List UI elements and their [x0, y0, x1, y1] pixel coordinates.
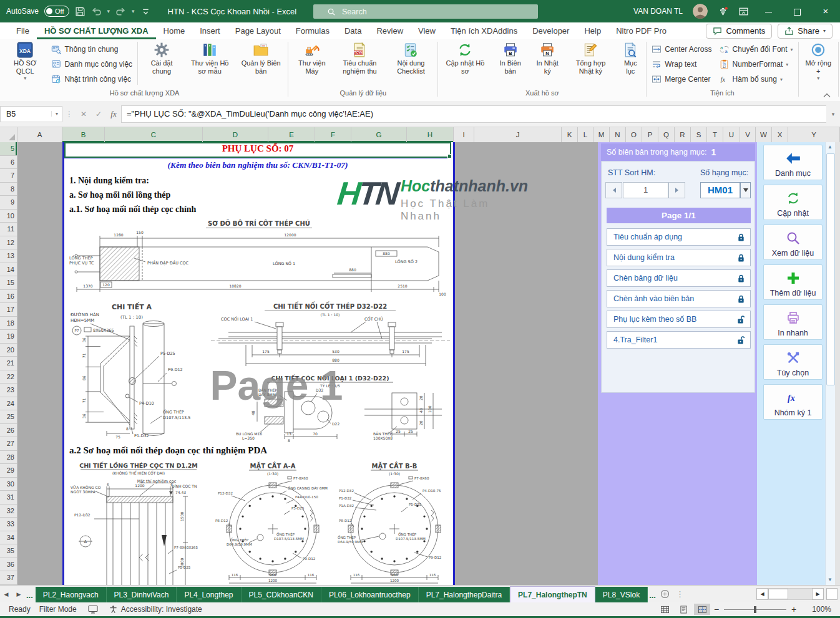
row-header-26[interactable]: 26: [0, 424, 17, 438]
column-header-v[interactable]: V: [740, 127, 756, 142]
row-header-11[interactable]: 11: [0, 223, 17, 236]
user-name[interactable]: VAN DOAN TL: [633, 7, 683, 16]
ribbon-button-ti-u-chu-n-nghi-m-thu[interactable]: TCVNTiêu chuẩn nghiệm thu: [334, 39, 385, 89]
close-button[interactable]: ×: [816, 0, 835, 22]
row-header-20[interactable]: 20: [0, 344, 17, 357]
column-header-r[interactable]: R: [675, 127, 691, 142]
ribbon-button-wrap-text[interactable]: Wrap text: [648, 57, 715, 72]
add-sheet-button[interactable]: [658, 586, 672, 602]
name-box-caret-icon[interactable]: ▾: [51, 111, 58, 117]
row-header-17[interactable]: 17: [0, 303, 17, 317]
ribbon-tab-developer[interactable]: Developer: [525, 23, 577, 39]
view-page-break-button[interactable]: [694, 604, 710, 615]
ribbon-tab-nitro-pdf-pro[interactable]: Nitro PDF Pro: [608, 23, 674, 39]
view-page-layout-button[interactable]: [675, 604, 691, 615]
action-button-xem-d-li-u[interactable]: Xem dữ liệu: [763, 225, 823, 260]
column-header-o[interactable]: O: [626, 127, 642, 142]
panel-item-n-i-dung-ki-m-tra[interactable]: Nội dung kiểm tra: [607, 249, 751, 266]
ribbon-button-qu-n-l-bi-n-b-n[interactable]: Quản lý Biên bản: [235, 39, 286, 89]
row-header-36[interactable]: 36: [0, 558, 17, 572]
hang-muc-dropdown-button[interactable]: [740, 182, 751, 198]
formula-bar-expand-icon[interactable]: ▾: [826, 111, 840, 117]
panel-item-ph-l-c-k-m-theo-s-bb[interactable]: Phụ lục kèm theo số BB: [607, 311, 751, 328]
ribbon-button-th-ng-tin-chung[interactable]: Thông tin chung: [47, 42, 136, 57]
column-header-i[interactable]: I: [454, 127, 474, 142]
column-header-b[interactable]: B: [62, 127, 105, 142]
column-header-x[interactable]: X: [772, 127, 788, 142]
stt-prev-button[interactable]: [605, 182, 622, 198]
column-header-n[interactable]: N: [610, 127, 626, 142]
ribbon-tab-data[interactable]: Data: [337, 23, 369, 39]
column-header-p[interactable]: P: [642, 127, 658, 142]
sheet-tab-pl8-vslok[interactable]: PL8_VSlok: [595, 587, 648, 602]
column-header-u[interactable]: U: [723, 127, 740, 142]
column-header-q[interactable]: Q: [658, 127, 675, 142]
formula-input[interactable]: ="PHỤ LỤC SỐ: "&@XDA_TimDuLieu('Danh mục…: [121, 105, 826, 123]
row-header-9[interactable]: 9: [0, 196, 17, 210]
comments-button[interactable]: Comments: [706, 24, 772, 39]
row-header-21[interactable]: 21: [0, 357, 17, 370]
vertical-scroll-thumb[interactable]: [826, 153, 835, 385]
save-icon[interactable]: [75, 6, 85, 17]
sheet-tab-pl7-halongthepdaitra[interactable]: PL7_HalongthepDaitra: [419, 587, 510, 602]
sheet-tab-pl3-dinhvivach[interactable]: PL3_DinhviVach: [107, 587, 177, 602]
ribbon-tab-help[interactable]: Help: [577, 23, 608, 39]
row-header-33[interactable]: 33: [0, 518, 17, 531]
row-header-32[interactable]: 32: [0, 505, 17, 518]
row-header-12[interactable]: 12: [0, 236, 17, 250]
minimize-button[interactable]: [759, 0, 778, 22]
column-header-e[interactable]: E: [268, 127, 315, 142]
row-header-14[interactable]: 14: [0, 263, 17, 277]
sheet-tab-pl5-cdkhoanckn[interactable]: PL5_CDkhoanCKN: [242, 587, 321, 602]
sheet-tab-pl7-halongtheptn[interactable]: PL7_HalongthepTN: [510, 586, 595, 602]
ribbon-button-danh-m-c-c-ng-vi-c[interactable]: Danh mục công việc: [47, 57, 136, 72]
zoom-level[interactable]: 100%: [804, 605, 831, 614]
ribbon-display-options-icon[interactable]: [738, 6, 749, 17]
zoom-slider-thumb[interactable]: [754, 606, 756, 613]
ribbon-tab-page-layout[interactable]: Page Layout: [228, 23, 288, 39]
autosave-toggle[interactable]: Off: [44, 6, 69, 17]
accessibility-icon[interactable]: [109, 605, 117, 614]
ribbon-button-chuy-n-i-font[interactable]: aaChuyển đổi Font▾: [716, 42, 797, 57]
ribbon-button-numberformat[interactable]: %12NumberFormat▾: [716, 57, 797, 72]
action-button-th-m-d-li-u[interactable]: Thêm dữ liệu: [763, 264, 823, 300]
sheet-overflow-left[interactable]: ...: [25, 586, 36, 602]
row-header-23[interactable]: 23: [0, 384, 17, 397]
share-button[interactable]: Share▾: [778, 24, 833, 39]
column-header-t[interactable]: T: [707, 127, 723, 142]
undo-icon[interactable]: [91, 6, 102, 17]
sheet-overflow-right[interactable]: ...: [648, 586, 658, 602]
fill-handle[interactable]: [447, 154, 452, 158]
ribbon-button-merge-center[interactable]: Merge Center: [648, 72, 715, 87]
column-header-s[interactable]: S: [691, 127, 707, 142]
row-header-7[interactable]: 7: [0, 169, 17, 183]
ribbon-button-in-nh-t-k[interactable]: NIn Nhật ký: [530, 39, 565, 89]
stt-value-field[interactable]: 1: [623, 182, 668, 198]
row-header-15[interactable]: 15: [0, 276, 17, 290]
row-header-8[interactable]: 8: [0, 183, 17, 196]
ribbon-button-c-i-t-chung[interactable]: Cài đặt chung: [139, 39, 184, 89]
ribbon-button-m-r-ng[interactable]: Mở rộng +▾: [800, 39, 837, 89]
status-accessibility[interactable]: Accessibility: Investigate: [121, 605, 202, 614]
row-header-31[interactable]: 31: [0, 491, 17, 505]
stt-next-button[interactable]: [668, 182, 685, 198]
zoom-in-button[interactable]: +: [789, 604, 799, 614]
row-header-10[interactable]: 10: [0, 210, 17, 223]
cells-area[interactable]: PHỤ LỤC SỐ: 07 (Kèm theo biên bản nghiệm…: [17, 142, 840, 585]
row-header-30[interactable]: 30: [0, 478, 17, 491]
row-header-27[interactable]: 27: [0, 437, 17, 451]
row-header-34[interactable]: 34: [0, 531, 17, 545]
sheet-tab-pl4-longthep[interactable]: PL4_Longthep: [177, 587, 241, 602]
upgrade-gem-icon[interactable]: [718, 6, 728, 17]
ribbon-tab-formulas[interactable]: Formulas: [288, 23, 337, 39]
ribbon-button-th-vi-n-m-y[interactable]: Thư viện Máy: [290, 39, 334, 89]
redo-icon[interactable]: [115, 6, 126, 17]
column-header-j[interactable]: J: [474, 127, 562, 142]
ribbon-tab-view[interactable]: View: [411, 23, 443, 39]
column-header-f[interactable]: F: [315, 127, 351, 142]
ribbon-button-h-s-qlcl[interactable]: XDAHỒ SƠ QLCL▾: [2, 39, 47, 89]
row-header-13[interactable]: 13: [0, 249, 17, 263]
status-filter-mode[interactable]: Filter Mode: [39, 605, 77, 614]
ribbon-button-nh-t-tr-nh-c-ng-vi-c[interactable]: Nhật trình công việc: [47, 72, 136, 87]
hscroll-right-icon[interactable]: ▶: [812, 588, 824, 600]
